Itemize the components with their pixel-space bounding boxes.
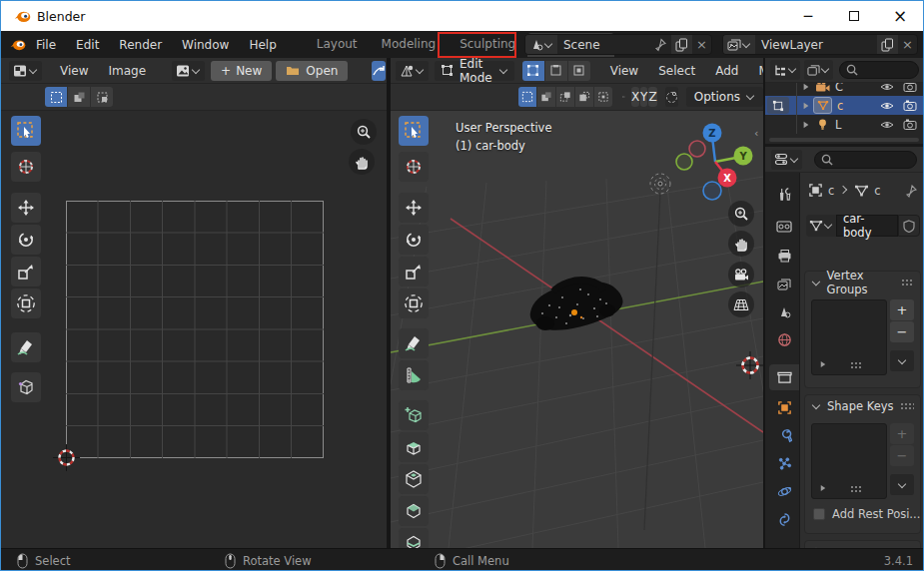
disclosure-icon[interactable] xyxy=(804,121,809,127)
vp-menu-add[interactable]: Add xyxy=(705,64,748,78)
hide-in-viewport-icon[interactable] xyxy=(880,120,894,130)
disable-in-render-icon[interactable] xyxy=(903,100,917,111)
uv-tool-cursor[interactable] xyxy=(11,152,41,182)
viewlayer-type-dropdown[interactable] xyxy=(723,35,755,54)
list-resize-grip[interactable] xyxy=(850,361,862,369)
hide-in-viewport-icon[interactable] xyxy=(880,82,894,92)
properties-search-input[interactable] xyxy=(814,151,917,169)
vp-tool-cursor[interactable] xyxy=(399,152,429,182)
face-select-mode[interactable] xyxy=(568,61,590,81)
properties-editor-type-button[interactable] xyxy=(771,150,802,170)
fake-user-shield-button[interactable] xyxy=(898,215,920,237)
vp-select-subtract[interactable] xyxy=(556,87,574,107)
viewport-canvas[interactable]: User Perspective (1) car-body Z Y X ‹ xyxy=(391,111,763,548)
outliner-filter-button[interactable] xyxy=(804,60,833,80)
new-scene-button[interactable] xyxy=(671,35,692,54)
vp-select-invert[interactable] xyxy=(575,87,593,107)
breadcrumb-data-name[interactable]: c xyxy=(874,184,880,198)
mirror-z-button[interactable]: Z xyxy=(648,87,656,107)
panel-drag-grip[interactable] xyxy=(901,279,914,287)
uv-tool-transform[interactable] xyxy=(11,288,41,318)
disclosure-icon[interactable] xyxy=(804,83,809,89)
vertex-group-specials-menu[interactable] xyxy=(890,350,914,371)
world-properties-tab[interactable] xyxy=(769,326,799,352)
disclosure-icon[interactable] xyxy=(804,102,809,108)
particle-properties-tab[interactable] xyxy=(769,450,799,476)
hide-in-viewport-icon[interactable] xyxy=(880,101,894,111)
vp-tool-extrude[interactable] xyxy=(399,432,429,462)
workspace-tab-modeling[interactable]: Modeling xyxy=(370,33,449,57)
shape-key-specials-menu[interactable] xyxy=(890,474,914,495)
open-image-button[interactable]: Open xyxy=(276,61,348,81)
mode-dropdown[interactable]: Edit Mode xyxy=(435,61,514,81)
vp-tool-loop-cut[interactable] xyxy=(399,528,429,548)
proportional-editing-toggle[interactable] xyxy=(665,87,678,107)
vp-select-new[interactable] xyxy=(518,87,536,107)
uv-menu-image[interactable]: Image xyxy=(98,64,156,78)
maximize-button[interactable] xyxy=(831,1,877,31)
unlink-scene-icon[interactable]: × xyxy=(692,35,711,54)
vp-menu-select[interactable]: Select xyxy=(648,64,705,78)
uv-select-mode-vertex[interactable] xyxy=(45,87,67,107)
vp-tool-select-box[interactable] xyxy=(399,116,429,146)
mirror-y-button[interactable]: Y xyxy=(640,87,647,107)
collection-properties-tab[interactable] xyxy=(769,364,799,390)
viewport-editor-type-button[interactable] xyxy=(396,61,429,81)
disable-in-render-icon[interactable] xyxy=(903,119,917,130)
pin-icon[interactable] xyxy=(649,35,671,54)
remove-vertex-group-button[interactable]: − xyxy=(890,321,914,342)
viewlayer-properties-tab[interactable] xyxy=(769,271,799,296)
object-data-properties-tab[interactable] xyxy=(769,540,799,548)
workspace-tab-sculpting[interactable]: Sculpting xyxy=(448,33,527,57)
outliner-row-light[interactable]: L xyxy=(765,115,924,134)
uv-select-mode-face[interactable] xyxy=(91,87,113,107)
image-browse-button[interactable] xyxy=(172,61,205,81)
mirror-x-button[interactable]: X xyxy=(631,87,639,107)
output-properties-tab[interactable] xyxy=(769,243,799,269)
menu-window[interactable]: Window xyxy=(172,38,239,52)
mesh-name-field[interactable]: car-body xyxy=(836,215,898,237)
workspace-tab-layout[interactable]: Layout xyxy=(305,33,370,57)
uv-tool-rip-region[interactable] xyxy=(11,372,41,402)
shape-keys-list[interactable] xyxy=(811,423,887,499)
pin-icon[interactable] xyxy=(904,184,918,198)
modifier-properties-tab[interactable] xyxy=(769,422,799,448)
vertex-groups-panel-header[interactable]: Vertex Groups xyxy=(805,272,920,293)
mesh-type-dropdown[interactable] xyxy=(806,215,836,237)
menu-file[interactable]: File xyxy=(26,38,66,52)
new-image-button[interactable]: +New xyxy=(211,61,272,81)
panel-drag-grip[interactable] xyxy=(900,402,914,411)
outliner-display-mode[interactable] xyxy=(770,60,800,80)
menu-render[interactable]: Render xyxy=(109,38,172,52)
vp-select-extend[interactable] xyxy=(537,87,555,107)
minimize-button[interactable]: ─ xyxy=(785,1,831,31)
list-resize-grip[interactable] xyxy=(850,485,862,493)
navigation-gizmo[interactable]: Z Y X xyxy=(672,115,762,203)
add-vertex-group-button[interactable]: + xyxy=(890,299,914,320)
vp-tool-inset[interactable] xyxy=(399,464,429,494)
vp-tool-rotate[interactable] xyxy=(399,225,429,255)
uv-tool-select-box[interactable] xyxy=(11,116,41,146)
vp-ortho-toggle-button[interactable] xyxy=(728,291,754,317)
vp-tool-measure[interactable] xyxy=(399,360,429,390)
edge-select-mode[interactable] xyxy=(545,61,567,81)
outliner-search-input[interactable] xyxy=(839,61,919,79)
menu-edit[interactable]: Edit xyxy=(66,38,109,52)
uv-editor-type-button[interactable] xyxy=(9,61,42,81)
gizmos-toggle[interactable] xyxy=(372,61,386,81)
vp-tool-move[interactable] xyxy=(399,193,429,223)
list-filter-disclosure[interactable] xyxy=(821,361,826,367)
shape-keys-panel-header[interactable]: Shape Keys xyxy=(805,395,920,417)
add-shape-key-button[interactable]: + xyxy=(890,423,914,444)
uv-tool-annotate[interactable] xyxy=(11,332,41,362)
vp-tool-add-cube[interactable] xyxy=(399,400,429,430)
uv-zoom-button[interactable] xyxy=(351,119,377,145)
add-rest-position-checkbox[interactable] xyxy=(813,508,825,520)
outliner-scrollbar[interactable] xyxy=(769,138,919,142)
vp-tool-scale[interactable] xyxy=(399,257,429,286)
vertex-select-mode[interactable] xyxy=(522,61,544,81)
list-filter-disclosure[interactable] xyxy=(821,485,826,491)
outliner-row-car-body[interactable]: c xyxy=(765,96,924,115)
remove-viewlayer-icon[interactable]: × xyxy=(898,35,917,54)
uv-menu-view[interactable]: View xyxy=(50,64,98,78)
